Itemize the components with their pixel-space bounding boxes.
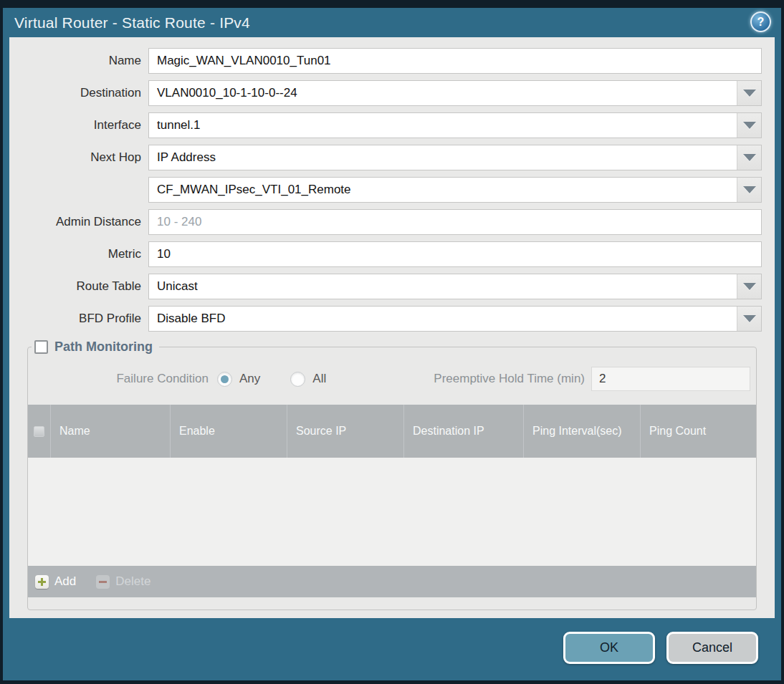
column-header-ping-count[interactable]: Ping Count [641,405,756,458]
bfd-profile-label: BFD Profile [9,306,148,332]
cancel-button[interactable]: Cancel [666,632,758,664]
minus-icon [96,575,110,589]
path-monitoring-section: Path Monitoring Failure Condition Any Al… [27,347,757,610]
column-header-enable[interactable]: Enable [171,405,287,458]
field-row-route-table: Route Table [9,274,762,299]
path-monitoring-legend: Path Monitoring [32,339,159,355]
add-button-label: Add [54,574,76,589]
field-row-destination: Destination [9,80,762,106]
static-route-form: Name Destination Interface [9,37,775,332]
next-hop-address-spacer [9,177,148,203]
destination-dropdown-button[interactable] [737,81,761,105]
radio-all[interactable] [290,372,305,387]
plus-icon [35,575,49,589]
path-monitoring-checkbox[interactable] [34,340,48,354]
delete-button-label: Delete [115,574,150,589]
interface-dropdown-button[interactable] [737,113,761,138]
field-row-admin-distance: Admin Distance [9,209,762,235]
preemptive-hold-time-label: Preemptive Hold Time (min) [434,372,591,386]
metric-input[interactable] [148,241,762,267]
route-table-label: Route Table [9,274,148,299]
failure-condition-row: Failure Condition Any All Preemptive Hol… [28,367,756,391]
select-all-checkbox[interactable] [34,426,44,437]
name-input[interactable] [148,48,762,74]
header-select-all-cell [28,405,51,458]
chevron-down-icon [743,186,756,193]
titlebar: Virtual Router - Static Route - IPv4 ? [3,8,781,37]
path-monitoring-table: Name Enable Source IP Destination IP Pin… [28,405,756,597]
table-toolbar: Add Delete [28,566,756,597]
column-header-ping-interval[interactable]: Ping Interval(sec) [524,405,641,458]
next-hop-address-input[interactable] [148,177,762,203]
next-hop-address-dropdown-button[interactable] [737,178,761,202]
preemptive-hold-time-input[interactable] [591,367,750,391]
chevron-down-icon [743,122,756,129]
name-label: Name [9,48,148,74]
dialog-window: Virtual Router - Static Route - IPv4 ? N… [3,8,781,680]
radio-any[interactable] [217,372,232,387]
dialog-content: Name Destination Interface [9,37,775,618]
field-row-next-hop-address [9,177,762,203]
interface-input[interactable] [148,112,762,138]
destination-label: Destination [9,80,148,106]
bfd-profile-dropdown-button[interactable] [737,307,761,331]
help-icon[interactable]: ? [750,11,771,32]
column-header-name[interactable]: Name [51,405,171,458]
chevron-down-icon [743,283,756,290]
bfd-profile-input[interactable] [148,306,762,332]
radio-any-label: Any [239,372,260,386]
route-table-dropdown-button[interactable] [737,274,761,299]
next-hop-type-input[interactable] [148,145,762,170]
dialog-title: Virtual Router - Static Route - IPv4 [14,14,250,32]
next-hop-type-dropdown-button[interactable] [737,145,761,170]
radio-all-label: All [312,372,326,386]
chevron-down-icon [743,315,756,322]
ok-button[interactable]: OK [563,632,655,664]
preemptive-hold-time-group: Preemptive Hold Time (min) [434,367,750,391]
field-row-metric: Metric [9,241,762,267]
route-table-input[interactable] [148,274,762,299]
admin-distance-input[interactable] [148,209,762,235]
chevron-down-icon [743,90,756,97]
field-row-interface: Interface [9,112,762,138]
help-glyph: ? [757,16,765,29]
column-header-source-ip[interactable]: Source IP [287,405,404,458]
delete-button[interactable]: Delete [96,574,150,589]
failure-condition-label: Failure Condition [28,372,217,386]
next-hop-label: Next Hop [9,145,148,170]
metric-label: Metric [9,241,148,267]
field-row-bfd-profile: BFD Profile [9,306,762,332]
chevron-down-icon [743,154,756,161]
column-header-destination-ip[interactable]: Destination IP [404,405,524,458]
interface-label: Interface [9,112,148,138]
path-monitoring-title: Path Monitoring [54,339,153,355]
destination-input[interactable] [148,80,762,106]
field-row-next-hop: Next Hop [9,145,762,170]
table-header-row: Name Enable Source IP Destination IP Pin… [28,405,756,458]
table-body-empty [28,458,756,566]
field-row-name: Name [9,48,762,74]
admin-distance-label: Admin Distance [9,209,148,235]
add-button[interactable]: Add [35,574,76,589]
